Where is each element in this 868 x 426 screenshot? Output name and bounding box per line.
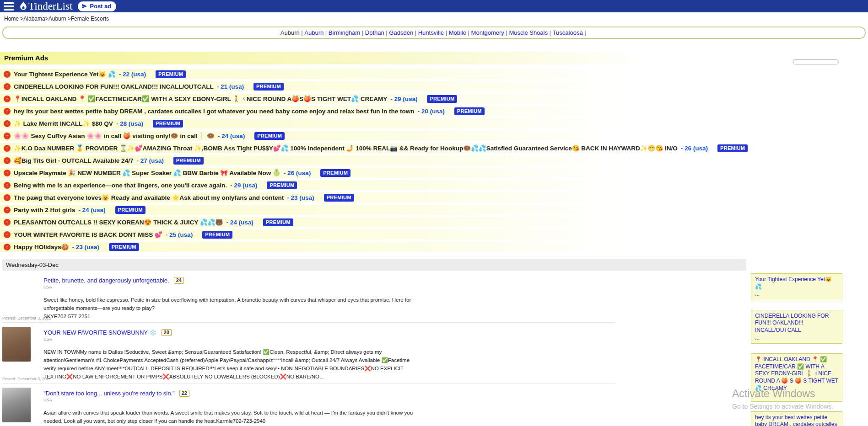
city-links-list: Auburn | Birmingham | Dothan | Gadsden |…	[304, 29, 588, 36]
listing-description: Sweet like honey, bold like espresso. Pe…	[43, 296, 415, 313]
listing-title-row: YOUR NEW FAVORITE SNOWBUNNY ❄️ 20	[43, 329, 415, 336]
premium-badge: PREMIUM	[454, 107, 485, 115]
listing-thumbnail[interactable]	[2, 388, 31, 422]
premium-ad-row[interactable]: ↑ Upscale Playmate 🎉 NEW NUMBER 💦 Super …	[0, 168, 868, 178]
premium-ad-title[interactable]: 📍INCALL OAKLAND 📍 ✅FACETIME/CAR✅ WITH A …	[14, 95, 387, 102]
premium-ad-row[interactable]: ↑ hey its your best wettes petite baby D…	[0, 106, 868, 116]
city-item: Montgomery |	[471, 29, 509, 36]
listing-right-column: "Don't stare too long... unless you're r…	[43, 388, 415, 426]
hamburger-menu-icon[interactable]	[4, 2, 14, 11]
premium-ad-row[interactable]: ↑ ✨ Lake Merritt INCALL✨ $80 QV - 28 (us…	[0, 118, 868, 128]
city-link[interactable]: Birmingham	[329, 29, 360, 36]
premium-ad-title[interactable]: hey its your best wettes petite baby DRE…	[14, 108, 414, 115]
premium-ad-row[interactable]: ↑ Happy HOlidays🍪 - 23 (usa) PREMIUM	[0, 242, 868, 252]
premium-badge: PREMIUM	[109, 243, 139, 251]
city-link[interactable]: Huntsville	[418, 29, 444, 36]
premium-ad-title[interactable]: Your Tightest Experience Yet😺 💦	[14, 70, 116, 78]
sidebar-ad-card[interactable]: hey its your best wettes petite baby DRE…	[751, 411, 842, 426]
premium-badge: PREMIUM	[267, 181, 297, 189]
bump-arrow-icon: ↑	[4, 108, 11, 115]
premium-ad-title[interactable]: Happy HOlidays🍪	[14, 243, 69, 250]
city-separator: |	[548, 29, 553, 36]
premium-ad-title[interactable]: Being with me is an experience—one that …	[14, 182, 227, 189]
premium-ad-row[interactable]: ↑ 🌸🌸 Sexy CuRvy Asian 🌸🌸 in call 🍑 visit…	[0, 131, 868, 141]
site-logo-text: TinderList	[28, 1, 72, 11]
premium-ad-title[interactable]: CINDERELLA LOOKING FOR FUN!!! OAKLAND!!!…	[14, 83, 214, 90]
bump-arrow-icon: ↑	[4, 145, 11, 152]
current-city-label: Auburn	[280, 29, 300, 36]
premium-ad-row[interactable]: ↑ PLEASANTON OUTCALLS !! SEXY KOREAN😍 TH…	[0, 217, 868, 227]
premium-ad-age-region: - 26 (usa)	[284, 170, 311, 176]
bump-arrow-icon: ↑	[4, 207, 11, 213]
premium-ad-row[interactable]: ↑ Your Tightest Experience Yet😺 💦 - 22 (…	[0, 69, 868, 79]
premium-ad-row[interactable]: ↑ Party with 2 Hot girls - 24 (usa) PREM…	[0, 205, 868, 215]
city-separator: |	[466, 29, 471, 36]
city-link[interactable]: Muscle Shoals	[509, 29, 548, 36]
sidebar-ad-text[interactable]: 📍 INCALL OAKLAND 📍 ✅ FACETIME/CAR ✅ WITH…	[755, 356, 838, 392]
listing-right-column: YOUR NEW FAVORITE SNOWBUNNY ❄️ 20 USA NE…	[43, 327, 415, 381]
premium-ad-row[interactable]: ↑ The pawg that everyone loves😺 Ready an…	[0, 192, 868, 202]
breadcrumb[interactable]: Home >Alabama>Auburn >Female Escorts	[0, 12, 868, 24]
bump-arrow-icon: ↑	[4, 194, 11, 201]
listing-title-link[interactable]: Petite, brunette, and dangerously unforg…	[43, 277, 169, 284]
premium-ad-row[interactable]: ↑ 📍INCALL OAKLAND 📍 ✅FACETIME/CAR✅ WITH …	[0, 94, 868, 104]
premium-ad-row[interactable]: ↑ ✨K.O Daa NUMBER 🥇 PROVIDER ⌛✨💕AMAZING …	[0, 143, 868, 153]
premium-ad-title[interactable]: ✨K.O Daa NUMBER 🥇 PROVIDER ⌛✨💕AMAZING Th…	[14, 144, 678, 152]
premium-ad-title[interactable]: 🥰Big Tits Girl - OUTCALL Available 24/7	[14, 157, 133, 164]
city-link[interactable]: Gadsden	[389, 29, 413, 36]
sidebar-ad-card[interactable]: Your Tightest Experience Yet😺 💦 ...	[751, 273, 842, 300]
premium-ad-age-region: - 22 (usa)	[119, 71, 146, 78]
city-link[interactable]: Montgomery	[471, 29, 504, 36]
premium-ad-title[interactable]: Upscale Playmate 🎉 NEW NUMBER 💦 Super So…	[14, 169, 280, 176]
listing-thumbnail[interactable]	[2, 275, 31, 309]
listing-left-column: Posted: December 3, 2025	[2, 275, 35, 320]
premium-badge: PREMIUM	[156, 70, 186, 78]
sidebar-ad-text[interactable]: CINDERELLA LOOKING FOR FUN!!! OAKLAND!!!…	[755, 313, 838, 334]
listing-thumbnail[interactable]	[2, 327, 31, 362]
city-item: Dothan |	[365, 29, 389, 36]
floating-scrollbar-pill[interactable]	[793, 59, 839, 64]
premium-ad-row[interactable]: ↑ YOUR WINTER FAVORITE IS BACK DONT MISS…	[0, 229, 868, 240]
sidebar-ad-ellipsis: ...	[755, 291, 838, 298]
city-separator: |	[413, 29, 418, 36]
listing-right-column: Petite, brunette, and dangerously unforg…	[43, 275, 415, 320]
premium-ad-title[interactable]: PLEASANTON OUTCALLS !! SEXY KOREAN😍 THIC…	[14, 218, 223, 226]
premium-ad-row[interactable]: ↑ Being with me is an experience—one tha…	[0, 180, 868, 190]
city-separator: |	[583, 29, 588, 36]
premium-ad-title[interactable]: The pawg that everyone loves😺 Ready and …	[14, 194, 284, 201]
premium-ad-row[interactable]: ↑ 🥰Big Tits Girl - OUTCALL Available 24/…	[0, 155, 868, 165]
listing-title-link[interactable]: "Don't stare too long... unless you're r…	[43, 390, 175, 397]
listing-row: Posted: December 3, 2025 Petite, brunett…	[2, 271, 615, 323]
premium-badge: PREMIUM	[153, 120, 183, 128]
sidebar-ad-card[interactable]: 📍 INCALL OAKLAND 📍 ✅ FACETIME/CAR ✅ WITH…	[751, 353, 842, 402]
listing-title-link[interactable]: YOUR NEW FAVORITE SNOWBUNNY ❄️	[43, 329, 157, 336]
city-link[interactable]: Tuscaloosa	[553, 29, 583, 36]
premium-ad-title[interactable]: YOUR WINTER FAVORITE IS BACK DONT MISS 💕	[14, 231, 162, 238]
premium-badge: PREMIUM	[173, 157, 204, 165]
sidebar-ad-text[interactable]: hey its your best wettes petite baby DRE…	[755, 414, 838, 426]
premium-ad-row[interactable]: ↑ CINDERELLA LOOKING FOR FUN!!! OAKLAND!…	[0, 81, 868, 91]
bump-arrow-icon: ↑	[4, 182, 11, 189]
premium-ad-title[interactable]: 🌸🌸 Sexy CuRvy Asian 🌸🌸 in call 🍑 visitin…	[14, 132, 215, 139]
bump-arrow-icon: ↑	[4, 157, 11, 164]
premium-ads-section: Premium Ads ↑ Your Tightest Experience Y…	[0, 52, 868, 252]
listing-left-column: Posted: December 3, 2025	[2, 327, 35, 381]
sidebar-ad-card[interactable]: CINDERELLA LOOKING FOR FUN!!! OAKLAND!!!…	[751, 310, 842, 344]
top-navigation-bar: TinderList Post ad	[0, 0, 868, 12]
premium-ad-age-region: - 29 (usa)	[230, 182, 257, 189]
premium-ad-title[interactable]: Party with 2 Hot girls	[14, 207, 75, 213]
bump-arrow-icon: ↑	[4, 231, 11, 238]
post-ad-button[interactable]: Post ad	[78, 1, 116, 11]
listings-feed: Wednesday-03-Dec Posted: December 3, 202…	[0, 259, 868, 426]
bump-arrow-icon: ↑	[4, 219, 11, 226]
city-link[interactable]: Auburn	[304, 29, 323, 36]
sidebar-ad-text[interactable]: Your Tightest Experience Yet😺 💦	[755, 276, 838, 290]
premium-badge: PREMIUM	[202, 231, 232, 239]
site-logo[interactable]: TinderList	[19, 1, 72, 11]
premium-ad-title[interactable]: ✨ Lake Merritt INCALL✨ $80 QV	[14, 120, 113, 127]
city-item: Muscle Shoals |	[509, 29, 552, 36]
premium-ad-age-region: - 26 (usa)	[681, 145, 708, 152]
city-link[interactable]: Dothan	[365, 29, 384, 36]
sidebar-ad-ellipsis: ...	[755, 335, 838, 342]
city-link[interactable]: Mobile	[449, 29, 466, 36]
